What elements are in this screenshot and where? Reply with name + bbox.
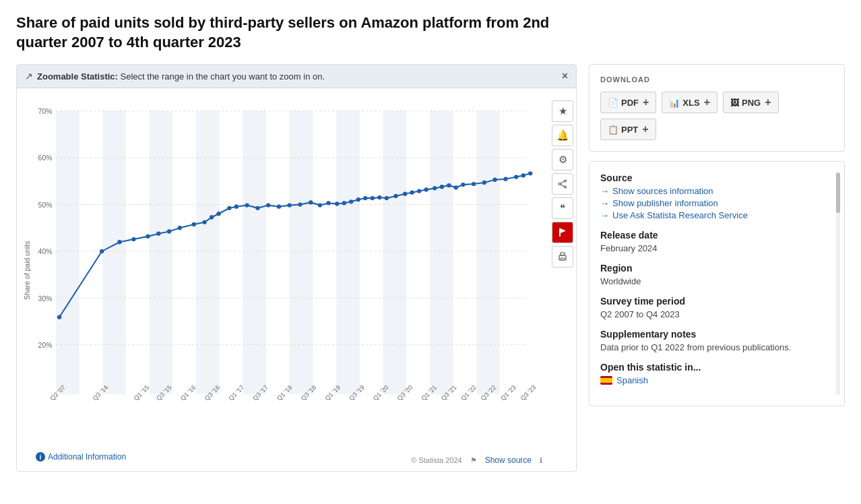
- arrow-icon-1: →: [600, 186, 609, 196]
- download-png-button[interactable]: 🖼 PNG +: [723, 92, 779, 113]
- dot-4: [156, 232, 160, 236]
- download-buttons: 📄 PDF + 📊 XLS + 🖼 PNG +: [600, 92, 833, 140]
- dot-31: [403, 192, 407, 196]
- show-sources-link[interactable]: → Show sources information: [600, 186, 833, 196]
- supplementary-value: Data prior to Q1 2022 from previous publ…: [600, 342, 833, 352]
- region-value: Worldwide: [600, 276, 833, 286]
- dot-q2-07: [57, 315, 61, 319]
- alt-col-8: [383, 111, 407, 395]
- additional-info-link[interactable]: i Additional Information: [26, 452, 135, 468]
- alt-col-7: [336, 111, 360, 395]
- statista-flag-icon: ⚑: [470, 456, 477, 465]
- dot-last: [528, 171, 532, 175]
- dot-18: [298, 203, 302, 207]
- dot-41: [482, 181, 486, 185]
- x-q1-23: Q1 '23: [499, 383, 517, 402]
- dot-10: [216, 212, 220, 216]
- alt-col-6: [290, 111, 313, 395]
- supplementary-section: Supplementary notes Data prior to Q1 202…: [600, 329, 833, 352]
- release-date-section: Release date February 2024: [600, 230, 833, 253]
- y-label-30: 30%: [38, 294, 53, 303]
- spanish-label: Spanish: [616, 375, 648, 385]
- additional-info-label: Additional Information: [48, 452, 126, 462]
- dot-35: [433, 186, 437, 190]
- release-date-label: Release date: [600, 230, 833, 241]
- dot-40: [472, 182, 476, 186]
- svg-marker-6: [561, 228, 566, 233]
- alt-col-1: [56, 111, 79, 395]
- download-ppt-button[interactable]: 📋 PPT +: [600, 119, 656, 140]
- survey-period-value: Q2 2007 to Q4 2023: [600, 309, 833, 319]
- page-wrapper: Share of paid units sold by third-party …: [0, 0, 861, 485]
- alt-col-9: [430, 111, 453, 395]
- download-pdf-button[interactable]: 📄 PDF +: [600, 92, 656, 113]
- dot-14: [255, 206, 259, 210]
- content-row: ↗ Zoomable Statistic: Select the range i…: [16, 64, 845, 472]
- chart-svg: Share of paid units: [17, 100, 541, 447]
- dot-39: [461, 183, 465, 187]
- ppt-plus: +: [642, 123, 648, 135]
- png-plus: +: [765, 96, 771, 108]
- survey-period-label: Survey time period: [600, 296, 833, 307]
- dot-20: [318, 203, 322, 208]
- open-in-section: Open this statistic in... Spanish: [600, 362, 833, 385]
- show-publisher-link[interactable]: → Show publisher information: [600, 198, 833, 208]
- arrow-icon-3: →: [600, 210, 609, 220]
- dot-34: [424, 188, 428, 192]
- arrow-icon-2: →: [600, 198, 609, 208]
- x-q3-23: Q3 '23: [519, 383, 537, 402]
- png-icon: 🖼: [730, 98, 739, 108]
- xls-icon: 📊: [669, 98, 680, 108]
- gear-button[interactable]: ⚙: [552, 149, 573, 170]
- zoom-icon: ↗: [25, 71, 33, 82]
- dot-9: [210, 216, 214, 220]
- dot-1: [117, 240, 121, 244]
- spanish-link[interactable]: Spanish: [600, 375, 833, 385]
- dot-25: [356, 197, 360, 201]
- release-date-value: February 2024: [600, 243, 833, 253]
- show-publisher-text: Show publisher information: [612, 198, 718, 208]
- region-label: Region: [600, 263, 833, 274]
- dot-8: [202, 220, 206, 224]
- svg-rect-9: [561, 258, 565, 260]
- dot-15: [266, 203, 270, 208]
- bell-button[interactable]: 🔔: [552, 125, 573, 146]
- dot-16: [277, 205, 281, 209]
- svg-rect-8: [561, 253, 565, 255]
- zoom-bar: ↗ Zoomable Statistic: Select the range i…: [17, 65, 576, 88]
- dot-21: [326, 201, 330, 205]
- zoom-bold-label: Zoomable Statistic: Select the range in …: [37, 71, 325, 82]
- chart-credit-row: © Statista 2024 ⚑ Show source ℹ: [411, 455, 542, 465]
- flag-button[interactable]: [552, 222, 573, 243]
- dot-17: [288, 203, 292, 208]
- x-q1-16: Q1 '16: [179, 383, 197, 402]
- dot-28: [377, 195, 381, 199]
- svg-rect-5: [559, 228, 561, 237]
- page-title: Share of paid units sold by third-party …: [16, 13, 596, 52]
- star-button[interactable]: ★: [552, 100, 573, 122]
- region-section: Region Worldwide: [600, 263, 833, 286]
- zoom-close-button[interactable]: ×: [562, 70, 568, 82]
- quote-button[interactable]: ❝: [552, 197, 573, 219]
- pdf-plus: +: [643, 96, 649, 108]
- dot-38: [454, 185, 458, 189]
- chart-footer-row: i Additional Information © Statista 2024…: [17, 449, 576, 471]
- statista-credit: © Statista 2024: [411, 456, 461, 464]
- dot-43: [503, 177, 507, 181]
- download-xls-button[interactable]: 📊 XLS +: [662, 92, 718, 113]
- share-button[interactable]: [552, 173, 573, 195]
- dot-36: [440, 185, 444, 189]
- print-button[interactable]: [552, 246, 573, 267]
- source-label: Source: [600, 172, 833, 183]
- survey-period-section: Survey time period Q2 2007 to Q4 2023: [600, 296, 833, 319]
- ask-statista-link[interactable]: → Use Ask Statista Research Service: [600, 210, 833, 220]
- y-label-20: 20%: [38, 341, 53, 349]
- x-q1-15: Q1 '15: [132, 383, 150, 402]
- show-source-link[interactable]: Show source: [485, 455, 532, 465]
- dot-11: [227, 206, 231, 210]
- download-title: DOWNLOAD: [600, 75, 833, 84]
- dot-2: [131, 237, 135, 241]
- alt-col-10: [476, 111, 500, 395]
- xls-plus: +: [704, 96, 710, 108]
- scrollbar-track[interactable]: [836, 172, 840, 395]
